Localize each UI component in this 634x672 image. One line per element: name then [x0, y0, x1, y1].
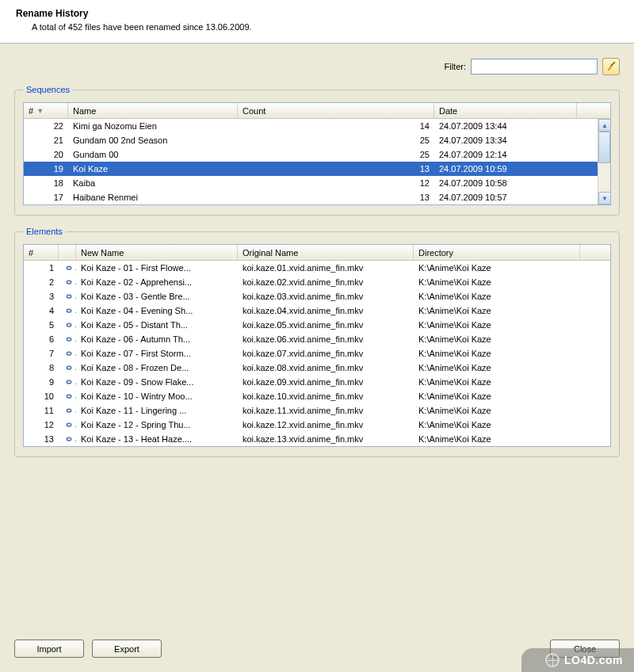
rename-link-icon [63, 262, 74, 272]
cell-orig-name: koi.kaze.12.xvid.anime_fin.mkv [238, 420, 414, 430]
table-row[interactable]: 19Koi Kaze1324.07.2009 10:59 [24, 162, 598, 176]
cell-date: 24.07.2009 10:59 [434, 164, 577, 174]
header: Rename History A total of 452 files have… [0, 0, 634, 44]
cell-count: 25 [238, 136, 434, 145]
table-row[interactable]: 5Koi Kaze - 05 - Distant Th...koi.kaze.0… [24, 318, 610, 332]
col-count[interactable]: Count [238, 103, 434, 118]
watermark: LO4D.com [521, 648, 634, 672]
cell-directory: K:\Anime\Koi Kaze [414, 363, 580, 372]
cell-directory: K:\Anime\Koi Kaze [414, 306, 580, 315]
cell-count: 12 [238, 178, 434, 188]
cell-orig-name: koi.kaze.06.xvid.anime_fin.mkv [238, 334, 414, 344]
table-row[interactable]: 7Koi Kaze - 07 - First Storm...koi.kaze.… [24, 346, 610, 361]
table-row[interactable]: 8Koi Kaze - 08 - Frozen De...koi.kaze.08… [24, 361, 610, 375]
table-row[interactable]: 2Koi Kaze - 02 - Apprehensi...koi.kaze.0… [24, 275, 610, 289]
col-el-number[interactable]: # [24, 245, 59, 260]
cell-num: 5 [24, 320, 59, 330]
export-button[interactable]: Export [92, 640, 162, 658]
scroll-down-icon[interactable]: ▼ [598, 192, 610, 204]
table-row[interactable]: 6Koi Kaze - 06 - Autumn Th...koi.kaze.06… [24, 332, 610, 346]
cell-new-name: Koi Kaze - 04 - Evening Sh... [76, 306, 238, 315]
table-row[interactable]: 11Koi Kaze - 11 - Lingering ...koi.kaze.… [24, 403, 610, 418]
filter-label: Filter: [445, 62, 467, 71]
cell-orig-name: koi.kaze.05.xvid.anime_fin.mkv [238, 320, 414, 330]
table-row[interactable]: 18Kaiba1224.07.2009 10:58 [24, 176, 598, 190]
scroll-thumb[interactable] [598, 132, 610, 163]
cell-directory: K:\Anime\Koi Kaze [414, 391, 580, 401]
rename-link-icon [63, 348, 74, 357]
cell-new-name: Koi Kaze - 08 - Frozen De... [76, 363, 238, 372]
col-number-label: # [29, 106, 33, 116]
rename-link-icon [63, 291, 74, 300]
cell-directory: K:\Anime\Koi Kaze [414, 349, 580, 358]
cell-new-name: Koi Kaze - 13 - Heat Haze.... [76, 434, 238, 444]
filter-input[interactable] [471, 59, 598, 74]
col-el-icon[interactable] [59, 245, 76, 260]
cell-num: 4 [24, 306, 59, 315]
cell-directory: K:\Anime\Koi Kaze [414, 434, 580, 444]
cell-new-name: Koi Kaze - 07 - First Storm... [76, 349, 238, 358]
table-row[interactable]: 1Koi Kaze - 01 - First Flowe...koi.kaze.… [24, 261, 610, 275]
cell-num: 9 [24, 377, 59, 387]
cell-orig-name: koi.kaze.10.xvid.anime_fin.mkv [238, 391, 414, 401]
cell-count: 13 [238, 193, 434, 202]
cell-icon [59, 262, 76, 273]
cell-orig-name: koi.kaze.01.xvid.anime_fin.mkv [238, 263, 414, 273]
import-button[interactable]: Import [14, 640, 84, 658]
cell-orig-name: koi.kaze.07.xvid.anime_fin.mkv [238, 349, 414, 358]
cell-orig-name: koi.kaze.03.xvid.anime_fin.mkv [238, 292, 414, 301]
table-row[interactable]: 4Koi Kaze - 04 - Evening Sh...koi.kaze.0… [24, 304, 610, 318]
cell-date: 24.07.2009 13:44 [434, 121, 577, 131]
sequences-scrollbar[interactable]: ▲ ▼ [598, 119, 610, 204]
sequences-header: # ▼ Name Count Date [24, 103, 610, 119]
rename-link-icon [63, 277, 74, 286]
cell-count: 25 [238, 150, 434, 159]
cell-icon [59, 291, 76, 302]
col-number[interactable]: # ▼ [24, 103, 68, 118]
table-row[interactable]: 20Gundam 002524.07.2009 12:14 [24, 147, 598, 162]
table-row[interactable]: 10Koi Kaze - 10 - Wintry Moo...koi.kaze.… [24, 389, 610, 403]
cell-icon [59, 305, 76, 316]
table-row[interactable]: 22Kimi ga Nozomu Eien1424.07.2009 13:44 [24, 119, 598, 133]
cell-num: 12 [24, 420, 59, 430]
sequences-group: Sequences # ▼ Name Count Date 22Kimi ga … [14, 85, 620, 216]
cell-icon [59, 433, 76, 445]
scroll-up-icon[interactable]: ▲ [598, 119, 610, 132]
cell-orig-name: koi.kaze.08.xvid.anime_fin.mkv [238, 363, 414, 372]
rename-link-icon [63, 405, 74, 414]
cell-directory: K:\Anime\Koi Kaze [414, 334, 580, 344]
cell-date: 24.07.2009 10:58 [434, 178, 577, 188]
rename-link-icon [63, 362, 74, 372]
cell-date: 24.07.2009 10:57 [434, 193, 577, 202]
cell-date: 24.07.2009 13:34 [434, 136, 577, 145]
cell-name: Haibane Renmei [68, 193, 238, 202]
col-name[interactable]: Name [68, 103, 238, 118]
sequences-table: # ▼ Name Count Date 22Kimi ga Nozomu Eie… [23, 102, 611, 205]
cell-new-name: Koi Kaze - 06 - Autumn Th... [76, 334, 238, 344]
clear-filter-button[interactable] [602, 58, 620, 75]
cell-new-name: Koi Kaze - 05 - Distant Th... [76, 320, 238, 330]
cell-name: Koi Kaze [68, 164, 238, 174]
table-row[interactable]: 9Koi Kaze - 09 - Snow Flake...koi.kaze.0… [24, 375, 610, 389]
col-orig-name[interactable]: Original Name [238, 245, 414, 260]
cell-name: Kaiba [68, 178, 238, 188]
table-row[interactable]: 21Gundam 00 2nd Season2524.07.2009 13:34 [24, 133, 598, 147]
cell-name: Gundam 00 [68, 150, 238, 159]
cell-num: 6 [24, 334, 59, 344]
col-directory[interactable]: Directory [414, 245, 580, 260]
cell-icon [59, 277, 76, 288]
table-row[interactable]: 3Koi Kaze - 03 - Gentle Bre...koi.kaze.0… [24, 289, 610, 304]
sequences-legend: Sequences [23, 85, 73, 94]
col-date[interactable]: Date [434, 103, 577, 118]
table-row[interactable]: 17Haibane Renmei1324.07.2009 10:57 [24, 190, 598, 204]
table-row[interactable]: 13Koi Kaze - 13 - Heat Haze....koi.kaze.… [24, 432, 610, 446]
cell-new-name: Koi Kaze - 11 - Lingering ... [76, 406, 238, 415]
table-row[interactable]: 12Koi Kaze - 12 - Spring Thu...koi.kaze.… [24, 418, 610, 432]
cell-new-name: Koi Kaze - 12 - Spring Thu... [76, 420, 238, 430]
page-title: Rename History [16, 8, 618, 19]
rename-link-icon [63, 419, 74, 429]
cell-name: Kimi ga Nozomu Eien [68, 121, 238, 131]
rename-link-icon [63, 433, 74, 443]
cell-directory: K:\Anime\Koi Kaze [414, 406, 580, 415]
col-new-name[interactable]: New Name [76, 245, 238, 260]
